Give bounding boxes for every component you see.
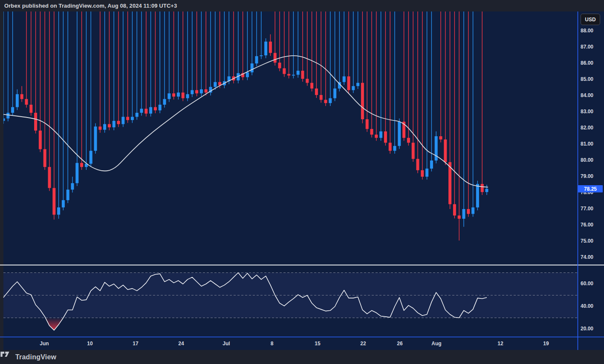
rsi-axis-label-60.00: 60.00 [581,281,593,287]
price-axis-label-82.00: 82.00 [581,125,593,131]
time-axis-label-24: 24 [178,341,184,347]
rsi-axis-label-40.00: 40.00 [581,303,593,309]
current-price-badge: 78.25 [578,185,603,192]
tradingview-brand-text[interactable]: TradingView [15,353,56,361]
price-axis-label-77.00: 77.00 [581,206,593,212]
time-axis-label-Aug: Aug [431,341,441,347]
time-axis-label-22: 22 [360,341,366,347]
footer-bar: TradingView [0,350,604,364]
price-axis-label-86.00: 86.00 [581,60,593,66]
price-axis-label-75.00: 75.00 [581,238,593,244]
time-axis-label-19: 19 [543,341,549,347]
publish-title: Orbex published on TradingView.com, Aug … [0,3,177,9]
tradingview-chart-window: Orbex published on TradingView.com, Aug … [0,0,604,364]
price-axis-label-87.00: 87.00 [581,44,593,50]
current-price-value: 78.25 [584,186,597,192]
time-axis-label-8: 8 [271,341,274,347]
currency-toggle-button[interactable]: USD [581,14,600,25]
price-axis-label-81.00: 81.00 [581,141,593,147]
time-axis-label-26: 26 [397,341,402,347]
time-axis-label-15: 15 [315,341,320,347]
time-axis-label-12: 12 [497,341,503,347]
price-axis-label-79.00: 79.00 [581,173,593,179]
price-axis-label-88.00: 88.00 [581,28,593,34]
chart-left-margin [0,11,3,350]
currency-toggle-label: USD [585,17,595,23]
price-axis-label-85.00: 85.00 [581,76,593,82]
rsi-axis-label-20.00: 20.00 [581,326,593,332]
time-axis-label-10: 10 [87,341,92,347]
price-axis-label-76.00: 76.00 [581,222,593,228]
time-axis-label-17: 17 [133,341,138,347]
time-axis-label-Jul: Jul [223,341,230,347]
price-axis-label-84.00: 84.00 [581,92,593,98]
price-axis-label-83.00: 83.00 [581,109,593,115]
publish-header: Orbex published on TradingView.com, Aug … [0,0,604,11]
time-axis-label-Jun: Jun [40,341,49,347]
price-axis-label-74.00: 74.00 [581,254,593,260]
price-axis-label-80.00: 80.00 [581,157,593,163]
chart-background[interactable] [3,11,604,350]
